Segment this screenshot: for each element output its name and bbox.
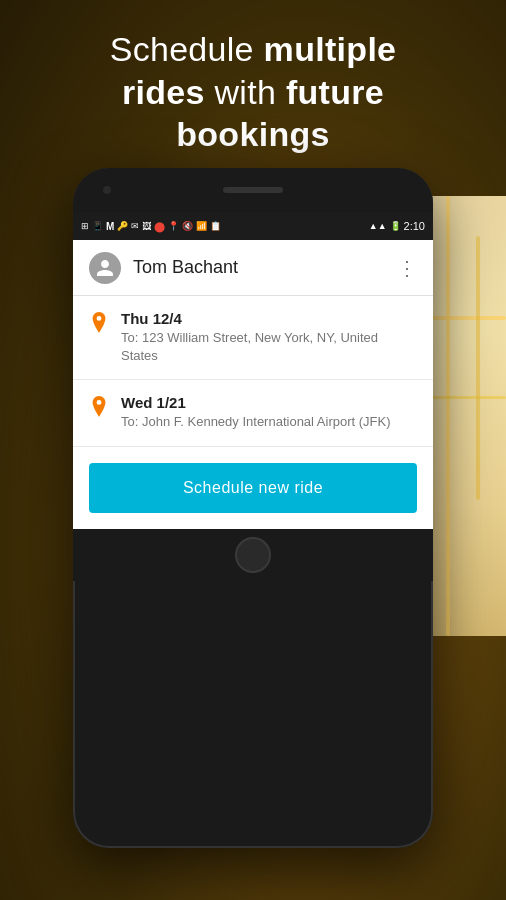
phone-bottom-bezel [73, 529, 433, 581]
phone-camera [103, 186, 111, 194]
status-bar: ⊞ 📱 M 🔑 ✉ 🖼 ⬤ 📍 🔇 📶 📋 ▲▲ 🔋 2:10 [73, 212, 433, 240]
status-icon-location: 📍 [168, 221, 179, 231]
status-icon-mute: 🔇 [182, 221, 193, 231]
status-icon-key: 🔑 [117, 221, 128, 231]
signal-icon: ▲▲ [369, 221, 387, 231]
status-icon-mail: ✉ [131, 221, 139, 231]
app-header: Tom Bachant ⋮ [73, 240, 433, 296]
phone-device: ⊞ 📱 M 🔑 ✉ 🖼 ⬤ 📍 🔇 📶 📋 ▲▲ 🔋 2:10 [73, 168, 433, 848]
location-pin-icon-1 [89, 312, 109, 336]
ride-item-1[interactable]: Thu 12/4 To: 123 William Street, New Yor… [73, 296, 433, 380]
more-menu-button[interactable]: ⋮ [397, 256, 417, 280]
status-icon-gps: ⊞ [81, 221, 89, 231]
phone-top-bezel [73, 168, 433, 212]
headline-block: Schedule multiple rides with future book… [0, 28, 506, 156]
time-display: 2:10 [404, 220, 425, 232]
ride-list: Thu 12/4 To: 123 William Street, New Yor… [73, 296, 433, 447]
ride-item-2[interactable]: Wed 1/21 To: John F. Kennedy Internation… [73, 380, 433, 446]
status-icon-phone: 📱 [92, 221, 103, 231]
svg-point-1 [97, 400, 102, 405]
ride-date-1: Thu 12/4 [121, 310, 417, 327]
phone-screen: Tom Bachant ⋮ Thu 12/4 To: 123 William S… [73, 240, 433, 529]
svg-point-0 [97, 316, 102, 321]
status-icon-wifi: 📶 [196, 221, 207, 231]
status-icon-chrome: ⬤ [154, 221, 165, 232]
status-icon-gmail: M [106, 221, 114, 232]
status-icon-nfc: 📋 [210, 221, 221, 231]
ride-date-2: Wed 1/21 [121, 394, 417, 411]
battery-icon: 🔋 [390, 221, 401, 231]
status-icons-left: ⊞ 📱 M 🔑 ✉ 🖼 ⬤ 📍 🔇 📶 📋 [81, 221, 221, 232]
map-peek [426, 196, 506, 636]
schedule-new-ride-button[interactable]: Schedule new ride [89, 463, 417, 513]
location-pin-icon-2 [89, 396, 109, 420]
user-avatar [89, 252, 121, 284]
schedule-btn-container: Schedule new ride [73, 447, 433, 529]
headline-text: Schedule multiple rides with future book… [0, 28, 506, 156]
home-button[interactable] [235, 537, 271, 573]
ride-info-2: Wed 1/21 To: John F. Kennedy Internation… [121, 394, 417, 431]
status-icon-image: 🖼 [142, 221, 151, 231]
ride-destination-2: To: John F. Kennedy International Airpor… [121, 413, 417, 431]
user-name: Tom Bachant [133, 257, 397, 278]
ride-info-1: Thu 12/4 To: 123 William Street, New Yor… [121, 310, 417, 365]
status-icons-right: ▲▲ 🔋 2:10 [369, 220, 425, 232]
phone-speaker [223, 187, 283, 193]
ride-destination-1: To: 123 William Street, New York, NY, Un… [121, 329, 417, 365]
